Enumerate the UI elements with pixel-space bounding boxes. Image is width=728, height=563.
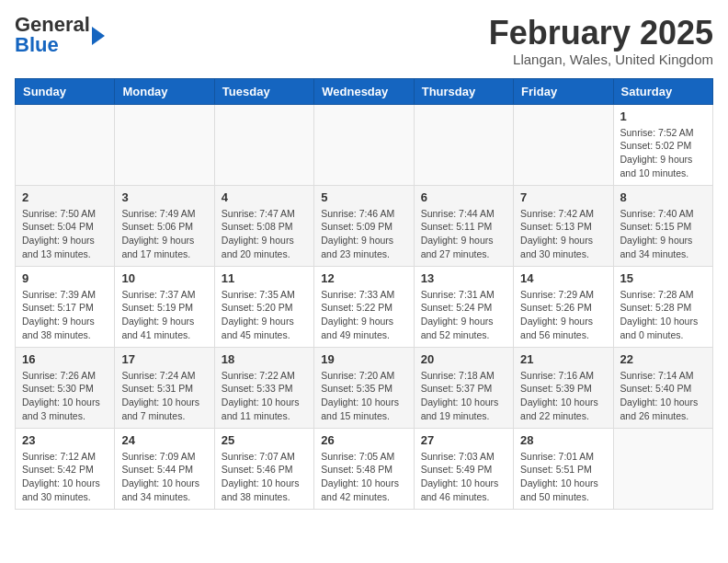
day-info: Sunrise: 7:03 AMSunset: 5:49 PMDaylight:… xyxy=(421,450,506,504)
day-number: 8 xyxy=(620,190,706,204)
day-info: Sunrise: 7:01 AMSunset: 5:51 PMDaylight:… xyxy=(520,450,606,504)
day-info: Sunrise: 7:24 AMSunset: 5:31 PMDaylight:… xyxy=(121,369,207,423)
table-row: 17Sunrise: 7:24 AMSunset: 5:31 PMDayligh… xyxy=(115,347,214,428)
table-row: 13Sunrise: 7:31 AMSunset: 5:24 PMDayligh… xyxy=(414,266,513,347)
day-info: Sunrise: 7:37 AMSunset: 5:19 PMDaylight:… xyxy=(121,288,207,342)
table-row: 1Sunrise: 7:52 AMSunset: 5:02 PMDaylight… xyxy=(613,104,712,185)
day-info: Sunrise: 7:33 AMSunset: 5:22 PMDaylight:… xyxy=(321,288,406,342)
day-info: Sunrise: 7:44 AMSunset: 5:11 PMDaylight:… xyxy=(421,207,506,261)
calendar-week-row: 16Sunrise: 7:26 AMSunset: 5:30 PMDayligh… xyxy=(16,347,713,428)
logo-arrow-icon xyxy=(92,27,105,45)
day-number: 7 xyxy=(520,190,606,204)
logo-blue: Blue xyxy=(15,33,59,56)
col-monday: Monday xyxy=(115,78,214,104)
table-row: 3Sunrise: 7:49 AMSunset: 5:06 PMDaylight… xyxy=(115,185,214,266)
table-row xyxy=(514,104,613,185)
day-number: 18 xyxy=(222,352,307,366)
col-wednesday: Wednesday xyxy=(314,78,414,104)
day-info: Sunrise: 7:47 AMSunset: 5:08 PMDaylight:… xyxy=(222,207,307,261)
day-info: Sunrise: 7:31 AMSunset: 5:24 PMDaylight:… xyxy=(421,288,506,342)
calendar-header-row: Sunday Monday Tuesday Wednesday Thursday… xyxy=(16,78,713,104)
day-info: Sunrise: 7:14 AMSunset: 5:40 PMDaylight:… xyxy=(620,369,706,423)
logo-text: General Blue xyxy=(15,15,90,55)
day-info: Sunrise: 7:20 AMSunset: 5:35 PMDaylight:… xyxy=(321,369,406,423)
table-row: 8Sunrise: 7:40 AMSunset: 5:15 PMDaylight… xyxy=(613,185,712,266)
table-row: 16Sunrise: 7:26 AMSunset: 5:30 PMDayligh… xyxy=(16,347,115,428)
table-row: 25Sunrise: 7:07 AMSunset: 5:46 PMDayligh… xyxy=(214,428,313,509)
day-number: 14 xyxy=(520,271,606,285)
day-info: Sunrise: 7:42 AMSunset: 5:13 PMDaylight:… xyxy=(520,207,606,261)
table-row: 19Sunrise: 7:20 AMSunset: 5:35 PMDayligh… xyxy=(314,347,414,428)
calendar-week-row: 1Sunrise: 7:52 AMSunset: 5:02 PMDaylight… xyxy=(16,104,713,185)
table-row: 18Sunrise: 7:22 AMSunset: 5:33 PMDayligh… xyxy=(214,347,313,428)
month-year: February 2025 xyxy=(489,15,713,52)
table-row: 9Sunrise: 7:39 AMSunset: 5:17 PMDaylight… xyxy=(16,266,115,347)
table-row: 27Sunrise: 7:03 AMSunset: 5:49 PMDayligh… xyxy=(414,428,513,509)
table-row: 20Sunrise: 7:18 AMSunset: 5:37 PMDayligh… xyxy=(414,347,513,428)
table-row: 15Sunrise: 7:28 AMSunset: 5:28 PMDayligh… xyxy=(613,266,712,347)
day-number: 13 xyxy=(421,271,506,285)
col-saturday: Saturday xyxy=(613,78,712,104)
table-row: 12Sunrise: 7:33 AMSunset: 5:22 PMDayligh… xyxy=(314,266,414,347)
table-row: 5Sunrise: 7:46 AMSunset: 5:09 PMDaylight… xyxy=(314,185,414,266)
col-thursday: Thursday xyxy=(414,78,513,104)
day-number: 23 xyxy=(22,433,108,447)
location: Llangan, Wales, United Kingdom xyxy=(489,52,713,67)
table-row: 6Sunrise: 7:44 AMSunset: 5:11 PMDaylight… xyxy=(414,185,513,266)
table-row: 10Sunrise: 7:37 AMSunset: 5:19 PMDayligh… xyxy=(115,266,214,347)
day-number: 16 xyxy=(22,352,108,366)
table-row: 28Sunrise: 7:01 AMSunset: 5:51 PMDayligh… xyxy=(514,428,613,509)
table-row: 24Sunrise: 7:09 AMSunset: 5:44 PMDayligh… xyxy=(115,428,214,509)
day-info: Sunrise: 7:50 AMSunset: 5:04 PMDaylight:… xyxy=(22,207,108,261)
day-number: 6 xyxy=(421,190,506,204)
day-number: 24 xyxy=(121,433,207,447)
table-row: 2Sunrise: 7:50 AMSunset: 5:04 PMDaylight… xyxy=(16,185,115,266)
table-row: 14Sunrise: 7:29 AMSunset: 5:26 PMDayligh… xyxy=(514,266,613,347)
calendar-week-row: 2Sunrise: 7:50 AMSunset: 5:04 PMDaylight… xyxy=(16,185,713,266)
day-info: Sunrise: 7:49 AMSunset: 5:06 PMDaylight:… xyxy=(121,207,207,261)
calendar-week-row: 23Sunrise: 7:12 AMSunset: 5:42 PMDayligh… xyxy=(16,428,713,509)
day-number: 12 xyxy=(321,271,406,285)
day-info: Sunrise: 7:18 AMSunset: 5:37 PMDaylight:… xyxy=(421,369,506,423)
day-info: Sunrise: 7:05 AMSunset: 5:48 PMDaylight:… xyxy=(321,450,406,504)
day-number: 11 xyxy=(222,271,307,285)
day-info: Sunrise: 7:40 AMSunset: 5:15 PMDaylight:… xyxy=(620,207,706,261)
day-number: 28 xyxy=(520,433,606,447)
day-info: Sunrise: 7:16 AMSunset: 5:39 PMDaylight:… xyxy=(520,369,606,423)
table-row xyxy=(214,104,313,185)
page-header: General Blue February 2025 Llangan, Wale… xyxy=(15,15,713,67)
day-number: 25 xyxy=(222,433,307,447)
day-number: 27 xyxy=(421,433,506,447)
day-number: 3 xyxy=(121,190,207,204)
day-number: 22 xyxy=(620,352,706,366)
table-row: 22Sunrise: 7:14 AMSunset: 5:40 PMDayligh… xyxy=(613,347,712,428)
day-info: Sunrise: 7:35 AMSunset: 5:20 PMDaylight:… xyxy=(222,288,307,342)
day-info: Sunrise: 7:09 AMSunset: 5:44 PMDaylight:… xyxy=(121,450,207,504)
day-info: Sunrise: 7:26 AMSunset: 5:30 PMDaylight:… xyxy=(22,369,108,423)
table-row: 4Sunrise: 7:47 AMSunset: 5:08 PMDaylight… xyxy=(214,185,313,266)
day-number: 10 xyxy=(121,271,207,285)
day-info: Sunrise: 7:29 AMSunset: 5:26 PMDaylight:… xyxy=(520,288,606,342)
day-number: 15 xyxy=(620,271,706,285)
day-info: Sunrise: 7:52 AMSunset: 5:02 PMDaylight:… xyxy=(620,126,706,180)
day-info: Sunrise: 7:39 AMSunset: 5:17 PMDaylight:… xyxy=(22,288,108,342)
table-row: 23Sunrise: 7:12 AMSunset: 5:42 PMDayligh… xyxy=(16,428,115,509)
table-row xyxy=(16,104,115,185)
day-info: Sunrise: 7:22 AMSunset: 5:33 PMDaylight:… xyxy=(222,369,307,423)
day-info: Sunrise: 7:07 AMSunset: 5:46 PMDaylight:… xyxy=(222,450,307,504)
table-row xyxy=(613,428,712,509)
table-row: 7Sunrise: 7:42 AMSunset: 5:13 PMDaylight… xyxy=(514,185,613,266)
col-sunday: Sunday xyxy=(16,78,115,104)
day-info: Sunrise: 7:46 AMSunset: 5:09 PMDaylight:… xyxy=(321,207,406,261)
day-number: 9 xyxy=(22,271,108,285)
day-info: Sunrise: 7:12 AMSunset: 5:42 PMDaylight:… xyxy=(22,450,108,504)
table-row xyxy=(314,104,414,185)
day-number: 21 xyxy=(520,352,606,366)
calendar-week-row: 9Sunrise: 7:39 AMSunset: 5:17 PMDaylight… xyxy=(16,266,713,347)
table-row: 26Sunrise: 7:05 AMSunset: 5:48 PMDayligh… xyxy=(314,428,414,509)
col-tuesday: Tuesday xyxy=(214,78,313,104)
logo: General Blue xyxy=(15,15,105,55)
title-block: February 2025 Llangan, Wales, United Kin… xyxy=(489,15,713,67)
table-row: 11Sunrise: 7:35 AMSunset: 5:20 PMDayligh… xyxy=(214,266,313,347)
col-friday: Friday xyxy=(514,78,613,104)
